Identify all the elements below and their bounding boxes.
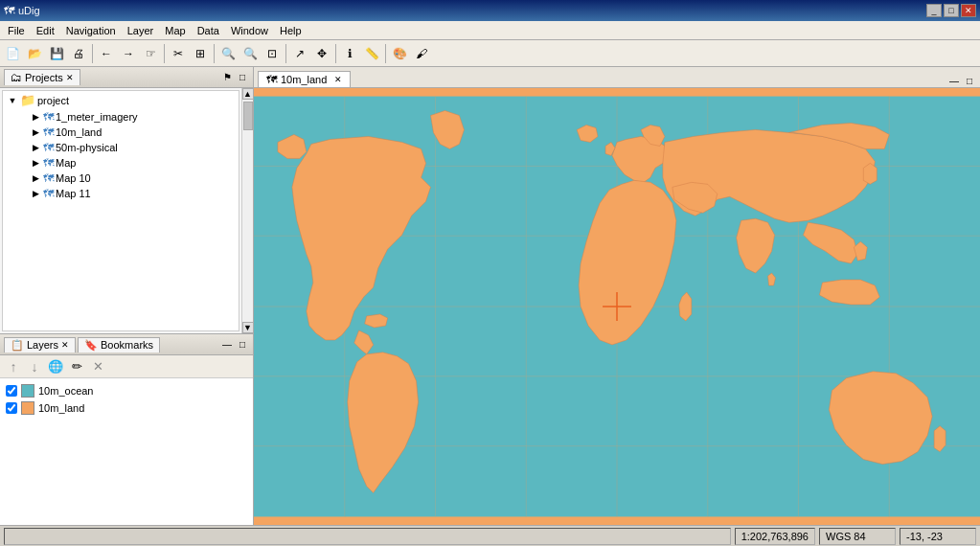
layer-icon: 🗺 (43, 111, 54, 123)
toolbar-sep-6 (385, 44, 386, 63)
menubar: File Edit Navigation Layer Map Data Wind… (0, 21, 980, 40)
map-canvas[interactable] (254, 88, 980, 525)
toolbar-sep-2 (164, 44, 165, 63)
tree-item-map10[interactable]: ▶ 🗺 Map 10 (3, 171, 239, 186)
menu-navigation[interactable]: Navigation (60, 23, 122, 38)
toolbar-sep-1 (92, 44, 93, 63)
layer-icon: 🗺 (43, 142, 54, 153)
expand-icon[interactable]: ▶ (30, 158, 41, 168)
layers-tab[interactable]: 📋 Layers ✕ (4, 337, 76, 353)
zoom-actual-button[interactable]: ⊡ (262, 43, 283, 64)
move-up-button[interactable]: ↑ (4, 357, 23, 376)
forward-button[interactable]: → (118, 43, 139, 64)
projects-maximize-button[interactable]: □ (236, 71, 249, 84)
close-button[interactable]: ✕ (961, 4, 976, 17)
tree-label-imagery: 1_meter_imagery (56, 111, 138, 123)
menu-map[interactable]: Map (159, 23, 191, 38)
layer-swatch-land (21, 401, 34, 415)
scroll-down[interactable]: ▼ (242, 322, 254, 333)
expand-icon[interactable]: ▼ (7, 96, 18, 105)
remove-layer-button[interactable]: ✕ (88, 357, 107, 376)
tree-item-map11[interactable]: ▶ 🗺 Map 11 (3, 186, 239, 201)
status-coordinates: -13, -23 (900, 528, 976, 545)
print-button[interactable]: 🖨 (68, 43, 89, 64)
expand-icon[interactable]: ▶ (30, 127, 41, 137)
map-tab-close[interactable]: ✕ (334, 75, 342, 84)
minimize-button[interactable]: _ (926, 4, 942, 17)
toolbar: 📄 📂 💾 🖨 ← → ☞ ✂ ⊞ 🔍 🔍 ⊡ ↗ ✥ ℹ 📏 🎨 🖌 (0, 40, 980, 67)
layer-item-ocean[interactable]: 10m_ocean (4, 382, 249, 399)
measure-button[interactable]: 📏 (361, 43, 382, 64)
open-button[interactable]: 📂 (24, 43, 45, 64)
expand-icon[interactable]: ▶ (30, 112, 41, 122)
projects-tab-close[interactable]: ✕ (66, 73, 74, 82)
info-button[interactable]: ℹ (339, 43, 360, 64)
tree-item-50m[interactable]: ▶ 🗺 50m-physical (3, 140, 239, 155)
style-layer-button[interactable]: ✏ (67, 357, 86, 376)
project-tree[interactable]: ▼ 📁 project ▶ 🗺 1_meter_imagery ▶ 🗺 10m_… (2, 90, 239, 331)
select-button[interactable]: ↗ (289, 43, 310, 64)
map-minimize-icon[interactable]: — (947, 74, 961, 87)
map-tab-bar: 🗺 10m_land ✕ — □ (254, 67, 980, 88)
map-maximize-icon[interactable]: □ (963, 74, 976, 87)
layers-tab-icon: 📋 (11, 339, 24, 352)
status-crs: WGS 84 (819, 528, 896, 545)
style-button[interactable]: 🎨 (389, 43, 410, 64)
layers-toolbar: ↑ ↓ 🌐 ✏ ✕ (0, 355, 253, 378)
tree-item-map[interactable]: ▶ 🗺 Map (3, 155, 239, 171)
menu-edit[interactable]: Edit (31, 23, 60, 38)
new-button[interactable]: 📄 (2, 43, 23, 64)
scroll-up[interactable]: ▲ (242, 88, 254, 100)
add-layer-button[interactable]: 🌐 (46, 357, 65, 376)
tree-item-imagery[interactable]: ▶ 🗺 1_meter_imagery (3, 109, 239, 125)
app-icon: 🗺 (4, 5, 14, 16)
projects-header: 🗂 Projects ✕ ⚑ □ (0, 67, 253, 88)
layer-name-land: 10m_land (38, 402, 84, 414)
zoom-hand-button[interactable]: ☞ (140, 43, 161, 64)
menu-help[interactable]: Help (274, 23, 308, 38)
maximize-button[interactable]: □ (944, 4, 959, 17)
bookmarks-tab-icon: 🔖 (84, 339, 98, 352)
layers-list: 10m_ocean 10m_land (0, 378, 253, 525)
status-scale: 1:202,763,896 (735, 528, 815, 545)
projects-tab-label: Projects (25, 72, 63, 83)
cut-button[interactable]: ✂ (168, 43, 189, 64)
layer-visible-ocean[interactable] (6, 385, 17, 397)
tree-scrollbar[interactable]: ▲ ▼ (241, 88, 253, 333)
titlebar: 🗺 uDig _ □ ✕ (0, 0, 980, 21)
menu-file[interactable]: File (2, 23, 31, 38)
layers-tab-close[interactable]: ✕ (61, 340, 69, 350)
projects-pane: 🗂 Projects ✕ ⚑ □ ▼ 📁 project (0, 67, 253, 333)
menu-data[interactable]: Data (192, 23, 225, 38)
left-panel: 🗂 Projects ✕ ⚑ □ ▼ 📁 project (0, 67, 254, 525)
bookmarks-tab[interactable]: 🔖 Bookmarks (78, 337, 160, 353)
projects-minimize-button[interactable]: ⚑ (220, 71, 234, 84)
layers-minimize-button[interactable]: — (220, 338, 234, 352)
map-tab-label: 10m_land (281, 74, 327, 85)
menu-layer[interactable]: Layer (122, 23, 160, 38)
move-down-button[interactable]: ↓ (25, 357, 44, 376)
title-area: 🗺 uDig (4, 5, 40, 16)
toolbar-sep-5 (335, 44, 336, 63)
projects-tab[interactable]: 🗂 Projects ✕ (4, 69, 80, 85)
tree-item-10m-land[interactable]: ▶ 🗺 10m_land (3, 125, 239, 140)
zoom-in-button[interactable]: 🔍 (217, 43, 239, 64)
palette-button[interactable]: 🖌 (411, 43, 432, 64)
expand-icon[interactable]: ▶ (30, 189, 41, 198)
expand-icon[interactable]: ▶ (30, 143, 41, 152)
menu-window[interactable]: Window (225, 23, 274, 38)
scroll-thumb[interactable] (243, 102, 253, 130)
save-button[interactable]: 💾 (46, 43, 67, 64)
layer-item-land[interactable]: 10m_land (4, 399, 249, 417)
zoom-out-button[interactable]: 🔍 (239, 43, 261, 64)
layers-maximize-button[interactable]: □ (236, 338, 249, 352)
pan-button[interactable]: ✥ (311, 43, 332, 64)
tree-item-project[interactable]: ▼ 📁 project (3, 91, 239, 109)
zoom-extent-button[interactable]: ⊞ (190, 43, 211, 64)
tree-label-map10: Map 10 (56, 172, 91, 184)
back-button[interactable]: ← (96, 43, 117, 64)
map-tab-10m-land[interactable]: 🗺 10m_land ✕ (258, 71, 351, 87)
app-title: uDig (18, 5, 40, 16)
expand-icon[interactable]: ▶ (30, 173, 41, 183)
layer-visible-land[interactable] (6, 402, 17, 414)
